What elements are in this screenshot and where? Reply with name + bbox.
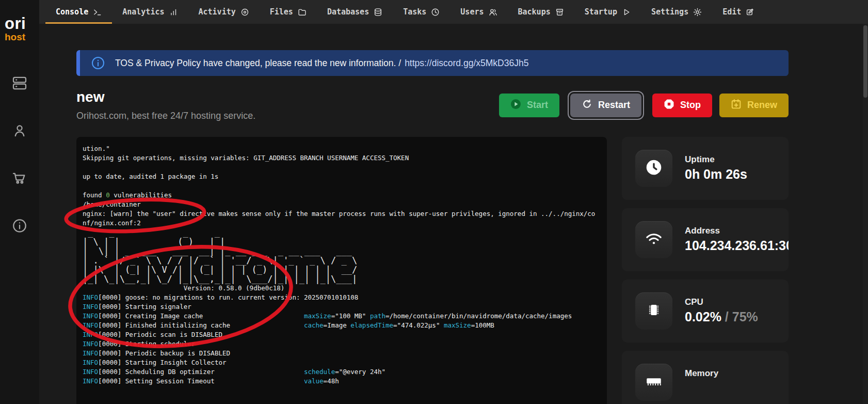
cpu-icon [645, 301, 663, 321]
console-line: nginx: [warn] the "user" directive makes… [83, 209, 601, 219]
console-line [83, 163, 601, 172]
tab-label: Databases [327, 7, 369, 17]
console-line: INFO[0000] Starting scheduler [83, 339, 601, 349]
button-label: Start [527, 100, 548, 111]
stat-value: 0h 0m 26s [685, 167, 747, 182]
address-card: Address 104.234.236.61:3012 [622, 208, 789, 271]
database-icon [374, 8, 382, 17]
tab-settings[interactable]: Settings [641, 0, 712, 24]
scrollbar-thumb[interactable] [863, 25, 867, 98]
sidebar-item-servers[interactable] [11, 75, 28, 91]
button-label: Restart [598, 100, 630, 111]
console-line: /home/container [83, 200, 601, 209]
stop-button[interactable]: Stop [652, 94, 712, 117]
top-nav: Console Analytics Activity Files Databas… [39, 0, 868, 24]
page-scrollbar [863, 24, 868, 404]
console-line: Skipping git operations, missing variabl… [83, 153, 601, 163]
stats-panel: Uptime 0h 0m 26s Address 104.234.236.61:… [622, 137, 789, 404]
console-line: INFO[0000] Setting Session Timeout value… [83, 377, 601, 386]
info-icon [11, 227, 28, 236]
user-icon [11, 132, 28, 141]
restart-icon [582, 99, 592, 112]
tab-backups[interactable]: Backups [508, 0, 574, 24]
console-line: found 0 vulnerabilities [83, 191, 601, 200]
play-icon [622, 8, 631, 17]
tab-label: Startup [585, 7, 617, 17]
discord-link[interactable]: https://discord.gg/x5MkD36Jh5 [405, 58, 528, 69]
stat-label: CPU [685, 297, 758, 307]
console-line: up to date, audited 1 package in 1s [83, 172, 601, 181]
edit-icon [746, 8, 754, 17]
tab-label: Backups [518, 7, 551, 17]
restart-button[interactable]: Restart [570, 94, 641, 117]
console-line: nf/nginx.conf:2 [83, 219, 601, 228]
sidebar-item-account[interactable] [11, 122, 28, 139]
tab-databases[interactable]: Databases [317, 0, 393, 24]
console-line: INFO[0000] Scheduling DB optimizer sched… [83, 367, 601, 377]
stat-icon-box [635, 292, 672, 330]
server-header: new Orihost.com, best free 24/7 hosting … [76, 89, 789, 121]
tab-edit[interactable]: Edit [712, 0, 765, 24]
tab-label: Files [270, 7, 293, 17]
renew-button[interactable]: Renew [719, 94, 789, 117]
stat-icon-box [635, 150, 672, 187]
sidebar-item-store[interactable] [11, 170, 28, 187]
wifi-icon [645, 229, 663, 250]
console-row: ution."Skipping git operations, missing … [76, 137, 789, 404]
stat-value: 104.234.236.61:3012 [685, 238, 789, 254]
console-line: INFO[0000] Finished initializing cache c… [83, 321, 601, 330]
clock-filled-icon [645, 158, 663, 179]
console-output[interactable]: ution."Skipping git operations, missing … [76, 137, 607, 404]
tab-label: Analytics [122, 7, 164, 17]
stop-octagon-icon [664, 99, 674, 112]
gear-icon [693, 8, 702, 17]
console-log-bottom: Version: 0.58.0 (9dbe0c18)INFO[0000] goo… [83, 284, 601, 386]
users-icon [489, 8, 497, 17]
button-label: Stop [680, 100, 701, 111]
servers-icon [11, 84, 28, 93]
tab-label: Settings [651, 7, 688, 17]
eye-icon [240, 8, 249, 17]
stat-label: Memory [685, 368, 718, 379]
ascii-art-navidrome: _ _ _ _ | \ | | (_) | | | \| | __ ___ __… [83, 228, 601, 284]
tab-console[interactable]: Console [45, 0, 112, 24]
tab-label: Activity [199, 7, 236, 17]
console-line: ution." [83, 144, 601, 153]
tab-files[interactable]: Files [260, 0, 317, 24]
terminal-icon [93, 8, 102, 17]
tos-banner: TOS & Privacy Policy have changed, pleas… [76, 50, 789, 76]
sidebar-item-info[interactable] [11, 217, 28, 234]
power-actions: Start Restart Stop Renew [499, 94, 789, 117]
console-line: INFO[0000] goose: no migrations to run. … [83, 293, 601, 302]
logo-text-host: host [5, 32, 35, 42]
console-line: INFO[0000] Starting Insight Collector [83, 358, 601, 367]
tab-label: Edit [722, 7, 741, 17]
tab-analytics[interactable]: Analytics [112, 0, 188, 24]
console-line: Version: 0.58.0 (9dbe0c18) [83, 284, 601, 293]
start-button[interactable]: Start [499, 94, 559, 117]
folder-icon [298, 8, 307, 17]
tab-label: Users [460, 7, 484, 17]
bar-chart-icon [169, 8, 178, 17]
tab-activity[interactable]: Activity [188, 0, 260, 24]
console-log-top: ution."Skipping git operations, missing … [83, 144, 601, 228]
tab-label: Tasks [403, 7, 426, 17]
info-circle-icon [91, 56, 105, 70]
tab-label: Console [56, 7, 88, 17]
logo-text-ori: ori [5, 15, 35, 32]
stat-icon-box [635, 221, 672, 258]
clock-icon [431, 8, 440, 17]
main-content: TOS & Privacy Policy have changed, pleas… [76, 24, 789, 404]
tab-users[interactable]: Users [450, 0, 507, 24]
logo[interactable]: ori host [5, 15, 35, 42]
stat-label: Uptime [685, 154, 747, 165]
console-line: INFO[0000] Periodic backup is DISABLED [83, 349, 601, 358]
stat-label: Address [685, 226, 789, 236]
calendar-plus-icon [731, 99, 742, 112]
button-label: Renew [747, 100, 777, 111]
uptime-card: Uptime 0h 0m 26s [622, 137, 789, 200]
tab-startup[interactable]: Startup [574, 0, 641, 24]
console-line: INFO[0000] Creating Image cache maxSize=… [83, 312, 601, 321]
tab-tasks[interactable]: Tasks [393, 0, 450, 24]
sidebar: ori host [0, 0, 39, 404]
